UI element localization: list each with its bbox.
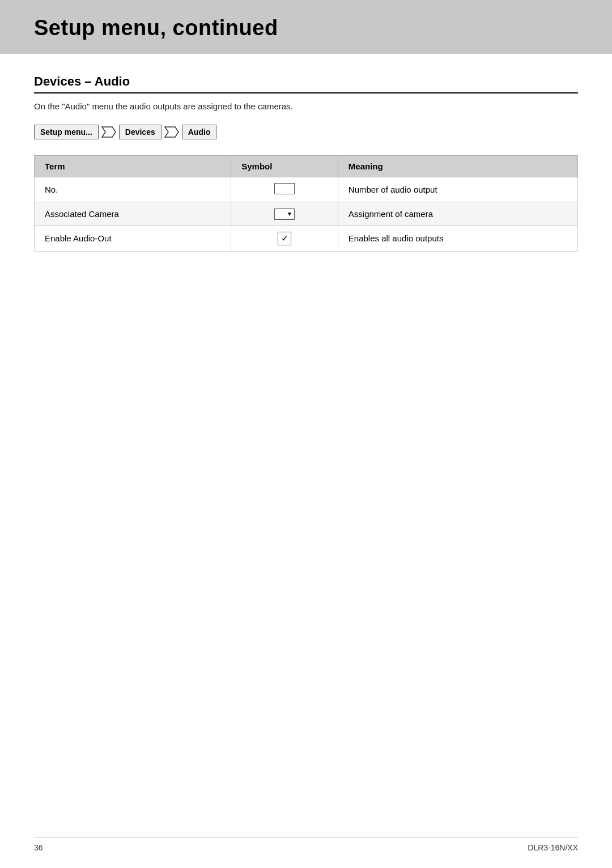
section-title: Devices – Audio (34, 74, 578, 93)
symbol-box-icon (274, 183, 295, 194)
breadcrumb-arrow-1 (101, 126, 117, 138)
page-number: 36 (34, 843, 43, 852)
breadcrumb: Setup menu... Devices Audio (34, 125, 578, 139)
term-cell: No. (35, 177, 231, 202)
breadcrumb-arrow-2 (164, 126, 180, 138)
meaning-column-header: Meaning (338, 156, 577, 177)
page-footer: 36 DLR3-16N/XX (34, 837, 578, 852)
content-area: Devices – Audio On the "Audio" menu the … (0, 54, 612, 286)
section-description: On the "Audio" menu the audio outputs ar… (34, 101, 578, 111)
term-cell: Associated Camera (35, 202, 231, 226)
checkbox-icon: ✓ (278, 232, 291, 245)
symbol-cell-box (231, 177, 338, 202)
meaning-cell: Enables all audio outputs (338, 225, 577, 251)
symbol-column-header: Symbol (231, 156, 338, 177)
meaning-cell: Assignment of camera (338, 202, 577, 226)
table-row: Associated Camera ▼ Assignment of camera (35, 202, 578, 226)
header-banner: Setup menu, continued (0, 0, 612, 54)
table-row: Enable Audio-Out ✓ Enables all audio out… (35, 225, 578, 251)
dropdown-icon: ▼ (274, 209, 295, 220)
term-column-header: Term (35, 156, 231, 177)
page-container: Setup menu, continued Devices – Audio On… (0, 0, 612, 868)
model-number: DLR3-16N/XX (528, 843, 578, 852)
breadcrumb-devices[interactable]: Devices (119, 125, 162, 139)
table-header-row: Term Symbol Meaning (35, 156, 578, 177)
svg-marker-1 (165, 127, 178, 137)
page-title: Setup menu, continued (34, 16, 578, 40)
meaning-cell: Number of audio output (338, 177, 577, 202)
symbol-cell-dropdown: ▼ (231, 202, 338, 226)
table-row: No. Number of audio output (35, 177, 578, 202)
breadcrumb-audio[interactable]: Audio (182, 125, 217, 139)
term-cell: Enable Audio-Out (35, 225, 231, 251)
breadcrumb-setup-menu[interactable]: Setup menu... (34, 125, 99, 139)
svg-marker-0 (102, 127, 116, 137)
info-table: Term Symbol Meaning No. Number of audio … (34, 155, 578, 252)
symbol-cell-checkbox: ✓ (231, 225, 338, 251)
dropdown-arrow-icon: ▼ (287, 211, 292, 217)
